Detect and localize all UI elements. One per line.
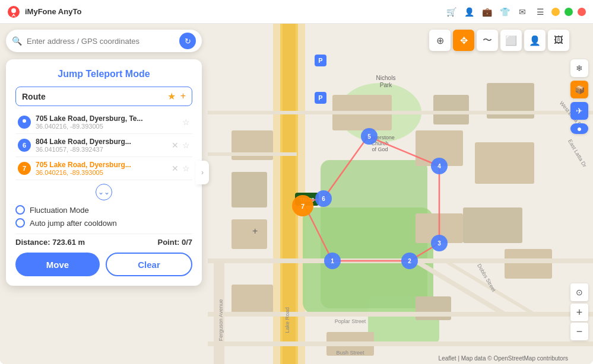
fluctuation-mode-option[interactable]: Fluctuation Mode — [15, 205, 192, 215]
svg-rect-9 — [321, 160, 427, 308]
zoom-controls: + − — [570, 304, 588, 340]
app-title: iMyFone AnyTo — [25, 7, 445, 16]
mail-icon[interactable]: ✉ — [516, 5, 529, 18]
route-dot-2: 6 — [18, 139, 31, 152]
route-header: Route ★ + — [15, 87, 192, 106]
route-remove-3[interactable]: ✕ — [172, 164, 179, 173]
move-button[interactable]: Move — [15, 253, 100, 276]
screenshot-button[interactable]: 🖼 — [548, 30, 569, 51]
svg-text:Nichols: Nichols — [376, 75, 396, 81]
svg-text:P: P — [318, 94, 322, 101]
route-header-icons: ★ + — [167, 91, 186, 102]
route-dot-3: 7 — [18, 162, 31, 175]
refresh-button[interactable]: ↻ — [179, 33, 196, 49]
search-icon: 🔍 — [12, 36, 22, 46]
fluctuation-radio[interactable] — [15, 205, 25, 215]
auto-jump-label: Auto jump after cooldown — [30, 219, 117, 228]
zoom-in-button[interactable]: + — [570, 304, 588, 321]
fluctuation-label: Fluctuation Mode — [30, 206, 89, 215]
route-star-3[interactable]: ☆ — [182, 164, 190, 173]
svg-rect-10 — [232, 219, 267, 249]
snowflake-button[interactable]: ❄ — [570, 59, 588, 77]
route-addr-2: 804 Lake Road, Dyersburg... — [36, 138, 172, 146]
titlebar-actions: 🛒 👤 💼 👕 ✉ ☰ − □ ✕ — [445, 5, 586, 18]
svg-point-1 — [11, 8, 16, 13]
svg-text:1: 1 — [331, 258, 334, 264]
main-area: TN 78 Cornerstone Church of God Nichols … — [0, 24, 593, 364]
route-button[interactable]: 〜 — [477, 30, 498, 51]
svg-text:7: 7 — [301, 203, 305, 210]
svg-rect-12 — [433, 95, 469, 124]
svg-text:Ferguson Avenue: Ferguson Avenue — [218, 299, 224, 341]
route-star-1[interactable]: ☆ — [182, 117, 190, 127]
package-button[interactable]: 📦 — [570, 81, 588, 98]
briefcase-icon[interactable]: 💼 — [480, 5, 493, 18]
route-add-icon[interactable]: + — [180, 91, 186, 102]
svg-text:Poplar Street: Poplar Street — [335, 318, 366, 324]
route-coords-3: 36.040216, -89.393005 — [36, 169, 172, 176]
route-dot-1 — [18, 116, 31, 129]
svg-text:of God: of God — [372, 146, 388, 152]
route-label: Route — [22, 92, 46, 101]
panel-title: Jump Teleport Mode — [15, 69, 192, 79]
svg-text:P: P — [318, 57, 322, 64]
zoom-out-button[interactable]: − — [570, 323, 588, 340]
auto-jump-option[interactable]: Auto jump after cooldown — [15, 218, 192, 228]
route-remove-2[interactable]: ✕ — [172, 141, 179, 150]
svg-rect-13 — [475, 142, 534, 184]
route-actions-1: ☆ — [182, 117, 190, 127]
route-coords-1: 36.040216, -89.393005 — [36, 123, 182, 130]
location-pin-icon — [21, 119, 27, 126]
route-info-3: 705 Lake Road, Dyersburg... 36.040216, -… — [36, 161, 172, 176]
route-item: 705 Lake Road, Dyersburg, Te... 36.04021… — [15, 111, 192, 134]
area-button[interactable]: ⬜ — [500, 30, 522, 51]
svg-text:4: 4 — [437, 163, 441, 170]
svg-point-65 — [23, 119, 26, 123]
svg-text:Lake Road: Lake Road — [284, 307, 290, 333]
plane-button[interactable]: ✈ — [570, 102, 588, 120]
clear-button[interactable]: Clear — [106, 253, 192, 276]
svg-rect-20 — [505, 249, 552, 279]
search-bar[interactable]: 🔍 ↻ — [6, 30, 202, 52]
search-input[interactable] — [27, 37, 179, 46]
toggle-button[interactable]: ● — [570, 123, 588, 134]
user-button[interactable]: 👤 — [524, 30, 546, 51]
svg-text:+: + — [252, 226, 258, 236]
route-actions-3: ✕ ☆ — [172, 164, 190, 173]
route-addr-3: 705 Lake Road, Dyersburg... — [36, 161, 172, 169]
route-info-1: 705 Lake Road, Dyersburg, Te... 36.04021… — [36, 114, 182, 130]
route-item-2: 6 804 Lake Road, Dyersburg... 36.041057,… — [15, 134, 192, 157]
cart-icon[interactable]: 🛒 — [445, 5, 458, 18]
locate-me-button[interactable]: ⊙ — [570, 283, 588, 301]
route-item-3: 7 705 Lake Road, Dyersburg... 36.040216,… — [15, 157, 192, 180]
side-collapse-button[interactable]: › — [196, 161, 209, 184]
app-logo — [7, 5, 20, 18]
user-icon[interactable]: 👤 — [462, 5, 475, 18]
close-button[interactable]: ✕ — [578, 8, 586, 16]
svg-rect-19 — [463, 207, 522, 243]
svg-rect-23 — [232, 285, 273, 314]
tshirt-icon[interactable]: 👕 — [498, 5, 511, 18]
minimize-button[interactable]: − — [551, 8, 560, 16]
svg-rect-17 — [232, 172, 267, 207]
route-star-2[interactable]: ☆ — [182, 141, 190, 150]
route-favorite-icon[interactable]: ★ — [167, 91, 176, 102]
stats-row: Distance: 723.61 m Point: 0/7 — [15, 234, 192, 247]
auto-jump-radio[interactable] — [15, 218, 25, 228]
action-buttons: Move Clear — [15, 253, 192, 276]
right-side-icons: ❄ 📦 ✈ ● — [570, 59, 588, 134]
distance-stat: Distance: 723.61 m — [15, 238, 85, 247]
route-actions-2: ✕ ☆ — [172, 141, 190, 150]
move-mode-button[interactable]: ✥ — [453, 30, 474, 51]
left-panel: Jump Teleport Mode Route ★ + 705 Lake Ro… — [6, 59, 202, 286]
titlebar: iMyFone AnyTo 🛒 👤 💼 👕 ✉ ☰ − □ ✕ — [0, 0, 593, 24]
point-stat: Point: 0/7 — [157, 238, 192, 247]
route-info-2: 804 Lake Road, Dyersburg... 36.041057, -… — [36, 138, 172, 153]
gps-button[interactable]: ⊕ — [429, 30, 451, 51]
collapse-button[interactable]: ⌄⌄ — [96, 184, 112, 200]
route-coords-2: 36.041057, -89.392437 — [36, 146, 172, 153]
mode-options: Fluctuation Mode Auto jump after cooldow… — [15, 205, 192, 228]
menu-icon[interactable]: ☰ — [534, 5, 547, 18]
maximize-button[interactable]: □ — [565, 8, 573, 16]
svg-text:2: 2 — [408, 258, 411, 264]
